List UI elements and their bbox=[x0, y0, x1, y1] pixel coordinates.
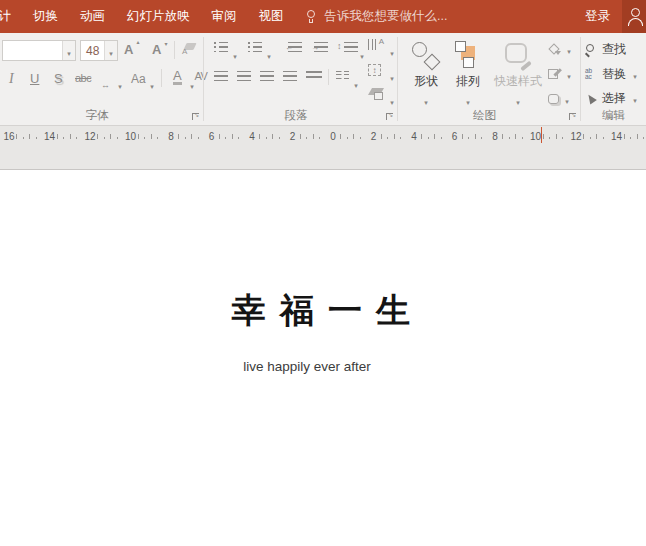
paragraph-dialog-launcher-icon[interactable] bbox=[386, 113, 393, 120]
strikethrough-button[interactable]: abc bbox=[75, 72, 91, 84]
ruler-number: 12 bbox=[83, 131, 97, 142]
select-button[interactable]: 选择 bbox=[585, 89, 639, 107]
ruler-tick bbox=[138, 134, 145, 139]
align-left-button[interactable] bbox=[214, 71, 228, 81]
ruler-number: 4 bbox=[245, 131, 259, 142]
slide-canvas[interactable]: 幸福一生 live happily ever after bbox=[0, 171, 646, 546]
ruler-segment: 10 bbox=[529, 128, 570, 144]
chevron-down-icon[interactable] bbox=[188, 75, 196, 93]
slide-title-text[interactable]: 幸福一生 bbox=[231, 288, 424, 334]
tab-review[interactable]: 审阅 bbox=[212, 0, 237, 33]
decrease-font-size-button[interactable]: A bbox=[152, 42, 161, 57]
font-size-combobox[interactable]: 48 bbox=[80, 40, 118, 61]
increase-font-size-button[interactable]: A bbox=[124, 42, 133, 57]
chevron-down-icon[interactable] bbox=[388, 42, 396, 60]
chevron-down-icon[interactable] bbox=[388, 91, 396, 109]
align-right-button[interactable] bbox=[260, 71, 274, 81]
chevron-down-icon bbox=[565, 40, 573, 58]
tab-design-clipped[interactable]: 设计 bbox=[0, 0, 11, 33]
ruler-tick bbox=[144, 137, 151, 139]
slide-subtitle-text[interactable]: live happily ever after bbox=[243, 359, 371, 374]
chevron-down-icon[interactable] bbox=[104, 41, 117, 60]
eraser-icon bbox=[182, 41, 197, 54]
ruler-number: 8 bbox=[488, 131, 502, 142]
clear-formatting-button[interactable] bbox=[182, 41, 197, 54]
ruler-tick bbox=[76, 137, 83, 139]
smartart-icon bbox=[367, 88, 383, 100]
font-name-value bbox=[3, 41, 62, 60]
ruler-tick bbox=[468, 137, 475, 139]
shape-outline-button[interactable] bbox=[548, 65, 573, 83]
tell-me-box[interactable]: 告诉我您想要做什么... bbox=[306, 8, 448, 25]
shape-fill-button[interactable] bbox=[548, 40, 573, 58]
ruler-tick bbox=[232, 134, 239, 139]
share-button[interactable] bbox=[622, 0, 646, 33]
text-shadow-button[interactable]: S bbox=[54, 71, 63, 86]
align-text-button[interactable] bbox=[368, 64, 381, 76]
ruler-number: 6 bbox=[448, 131, 462, 142]
italic-button[interactable]: I bbox=[9, 71, 14, 87]
shape-fill-icon bbox=[548, 43, 561, 55]
line-spacing-button[interactable] bbox=[344, 42, 358, 52]
quick-styles-icon bbox=[503, 40, 533, 70]
tab-transitions[interactable]: 切换 bbox=[33, 0, 58, 33]
cursor-arrow-icon bbox=[585, 92, 597, 104]
grow-font-icon: A bbox=[124, 42, 133, 57]
arrange-label: 排列 bbox=[456, 73, 480, 90]
ruler-segment: 2 bbox=[286, 128, 327, 144]
ruler-number: 0 bbox=[326, 131, 340, 142]
justify-button[interactable] bbox=[283, 71, 297, 81]
shape-effects-button[interactable] bbox=[548, 90, 571, 108]
distribute-text-button[interactable] bbox=[306, 71, 322, 81]
select-label: 选择 bbox=[602, 90, 626, 107]
paragraph-group-label: 段落 bbox=[204, 108, 388, 123]
chevron-down-icon[interactable] bbox=[388, 67, 396, 85]
ruler-tick bbox=[475, 134, 482, 139]
chevron-down-icon[interactable] bbox=[116, 75, 124, 93]
chevron-down-icon[interactable] bbox=[358, 45, 366, 63]
font-color-button[interactable]: A bbox=[173, 70, 182, 85]
ruler-tick bbox=[421, 134, 428, 139]
ruler-tick bbox=[637, 134, 644, 139]
ruler-tick bbox=[400, 137, 407, 139]
drawing-dialog-launcher-icon[interactable] bbox=[569, 113, 576, 120]
ruler-number: 8 bbox=[164, 131, 178, 142]
underline-button[interactable]: U bbox=[30, 71, 39, 86]
tab-animations[interactable]: 动画 bbox=[80, 0, 105, 33]
numbering-button[interactable] bbox=[248, 42, 262, 52]
editing-group: 查找 ab ac 替换 选择 编辑 bbox=[581, 33, 646, 125]
font-name-combobox[interactable] bbox=[2, 40, 76, 61]
change-case-button[interactable]: Aa bbox=[131, 72, 146, 86]
ruler-track[interactable]: 16141210864202468101214 bbox=[2, 128, 646, 144]
ruler-tick bbox=[300, 134, 307, 139]
ruler-tick bbox=[185, 137, 192, 139]
text-direction-button[interactable] bbox=[368, 39, 383, 51]
ruler-number: 2 bbox=[367, 131, 381, 142]
divider bbox=[328, 69, 329, 85]
tab-design-label: 设计 bbox=[0, 8, 11, 25]
align-center-button[interactable] bbox=[237, 71, 251, 81]
arrange-icon bbox=[454, 40, 482, 70]
ruler-segment: 4 bbox=[245, 128, 286, 144]
ruler-tick bbox=[481, 137, 488, 139]
ruler-tick bbox=[259, 134, 266, 139]
chevron-down-icon[interactable] bbox=[62, 41, 75, 60]
ruler-tick bbox=[387, 137, 394, 139]
tab-slideshow[interactable]: 幻灯片放映 bbox=[127, 0, 190, 33]
bullets-button[interactable] bbox=[214, 42, 228, 52]
increase-indent-button[interactable] bbox=[314, 42, 328, 52]
chevron-down-icon[interactable] bbox=[265, 45, 273, 63]
chevron-down-icon[interactable] bbox=[231, 45, 239, 63]
convert-to-smartart-button[interactable] bbox=[367, 88, 383, 100]
sign-in-button[interactable]: 登录 bbox=[585, 0, 610, 33]
tab-view[interactable]: 视图 bbox=[259, 0, 284, 33]
ruler-tick bbox=[306, 137, 313, 139]
decrease-indent-button[interactable] bbox=[288, 42, 302, 52]
chevron-down-icon[interactable] bbox=[148, 75, 156, 93]
columns-button[interactable] bbox=[336, 71, 349, 81]
replace-button[interactable]: ab ac 替换 bbox=[585, 65, 639, 83]
font-dialog-launcher-icon[interactable] bbox=[192, 113, 199, 120]
find-button[interactable]: 查找 bbox=[585, 41, 626, 58]
chevron-down-icon[interactable] bbox=[352, 74, 360, 92]
ruler-segment: 14 bbox=[610, 128, 646, 144]
